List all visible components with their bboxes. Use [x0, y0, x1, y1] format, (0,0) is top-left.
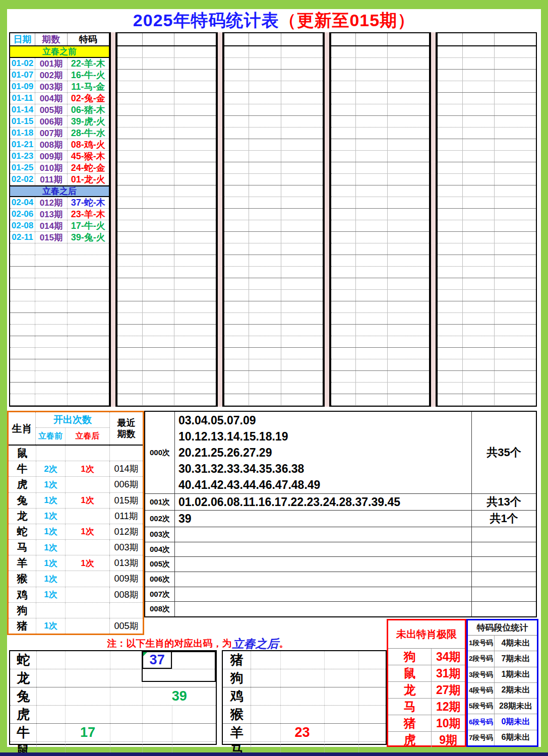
- empty-period-cell: [35, 348, 67, 359]
- period-cell: 010期: [35, 162, 67, 173]
- segment-stats-title: 特码段位统计: [468, 620, 537, 636]
- empty-cell: [281, 255, 323, 266]
- empty-cell: [355, 104, 387, 115]
- code-cell: 16-牛-火: [67, 70, 109, 81]
- count-after: [65, 603, 109, 618]
- empty-cell: [438, 371, 462, 382]
- empty-result-row: [438, 267, 536, 278]
- empty-result-row: [438, 383, 536, 394]
- empty-cell: [249, 359, 280, 370]
- recent-period: 011期: [109, 509, 143, 524]
- empty-date-cell: [10, 243, 35, 255]
- empty-cell: [142, 394, 174, 405]
- empty-cell: [249, 394, 280, 405]
- empty-result-row: [224, 185, 323, 197]
- empty-cell: [355, 371, 387, 382]
- empty-cell: [462, 371, 494, 382]
- empty-cell: [224, 93, 249, 104]
- empty-header-cell: [142, 33, 174, 45]
- empty-cell: [174, 348, 216, 359]
- empty-cell: [494, 255, 536, 266]
- result-row: 01-02 001期 22-羊-木: [10, 58, 109, 70]
- empty-cell: [462, 348, 494, 359]
- empty-cell: [355, 197, 387, 208]
- empty-result-row: [117, 220, 216, 232]
- empty-cell: [438, 58, 462, 69]
- zodiac-name: 猪: [9, 618, 36, 634]
- empty-result-row: [224, 81, 323, 93]
- empty-result-row: [224, 325, 323, 336]
- empty-cell: [174, 58, 216, 69]
- empty-result-row: [10, 394, 109, 406]
- segment-status: 7期未出: [495, 651, 537, 666]
- result-row: 01-21 008期 08-鸡-火: [10, 139, 109, 151]
- empty-cell: [387, 46, 429, 57]
- period-cell: 009期: [35, 151, 67, 162]
- header-recent-period: 最近 期数: [109, 412, 143, 445]
- empty-cell: [462, 197, 494, 208]
- result-row: 01-09 003期 11-马-金: [10, 81, 109, 93]
- count-after: 1次: [65, 524, 109, 539]
- empty-cell: [281, 46, 323, 57]
- empty-cell: [249, 46, 280, 57]
- segment-label: 3段号码: [468, 667, 495, 682]
- empty-cell: [438, 313, 462, 324]
- empty-result-row: [438, 93, 536, 104]
- empty-code-cell: [67, 255, 109, 266]
- selected-cell-value[interactable]: 37: [142, 651, 171, 669]
- empty-cell: [355, 139, 387, 150]
- empty-cell: [331, 232, 356, 243]
- empty-cell: [117, 325, 142, 336]
- grid-row: 羊 23: [223, 724, 386, 742]
- empty-code-cell: [67, 359, 109, 370]
- empty-code-cell: [67, 348, 109, 359]
- empty-result-row: [331, 267, 430, 278]
- missing-zodiac-limit: 12期: [432, 699, 465, 715]
- empty-cell: [462, 174, 494, 185]
- empty-cell: [462, 151, 494, 162]
- date-cell: 01-25: [10, 162, 35, 173]
- empty-cell: [494, 93, 536, 104]
- empty-cell: [355, 278, 387, 289]
- empty-cell: [387, 70, 429, 81]
- result-row: 02-02 011期 01-龙-火: [10, 174, 109, 185]
- empty-cell: [387, 220, 429, 231]
- grid-cell: [65, 669, 110, 687]
- recent-period: [109, 603, 143, 618]
- empty-result-row: [331, 197, 430, 209]
- zodiac-row: 狗: [9, 603, 143, 618]
- zodiac-name: 羊: [9, 555, 36, 571]
- code-cell: 17-牛-火: [67, 220, 109, 231]
- empty-code-cell: [67, 267, 109, 278]
- empty-cell: [494, 232, 536, 243]
- row-label: 猴: [223, 706, 251, 723]
- empty-result-row: [438, 185, 536, 197]
- segment-status: 28期未出: [495, 699, 537, 714]
- result-row: 02-06 013期 23-羊-木: [10, 209, 109, 220]
- empty-cell: [224, 116, 249, 127]
- empty-cell: [224, 278, 249, 289]
- note-suffix: 。: [279, 637, 289, 650]
- empty-result-row: [10, 267, 109, 278]
- zodiac-row: 羊 1次 1次 013期: [9, 555, 143, 571]
- count-label: 008次: [145, 602, 175, 616]
- empty-cell: [117, 139, 142, 150]
- empty-date-cell: [10, 325, 35, 336]
- zodiac-name: 蛇: [9, 524, 36, 539]
- empty-result-row: [331, 209, 430, 220]
- empty-result-row: [331, 325, 430, 336]
- missing-zodiac-row: 猪 10期: [388, 715, 465, 732]
- empty-cell: [462, 394, 494, 405]
- empty-period-cell: [35, 325, 67, 336]
- grid-row: 鸡: [223, 687, 386, 706]
- recent-period: 003期: [109, 540, 143, 555]
- empty-cell: [249, 162, 280, 173]
- bottom-border-line: [0, 752, 548, 756]
- missing-zodiac-row: 狗 34期: [388, 649, 465, 665]
- empty-date-cell: [10, 348, 35, 359]
- empty-cell: [174, 128, 216, 139]
- empty-result-row: [224, 151, 323, 162]
- count-total: [471, 587, 536, 602]
- count-after: 1次: [65, 493, 109, 508]
- empty-cell: [438, 301, 462, 312]
